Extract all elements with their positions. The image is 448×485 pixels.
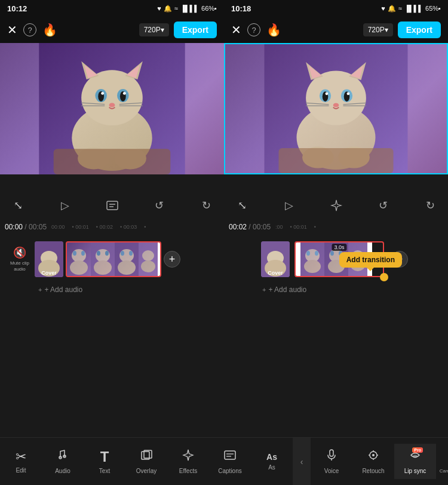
left-cat-container bbox=[0, 43, 224, 174]
left-clip-strip[interactable] bbox=[66, 241, 161, 277]
left-add-audio-button[interactable]: + + Add audio bbox=[33, 283, 224, 296]
right-status-bar: 10:18 ♥ 🔔 ≈ ▐▌▌▌ 65%▪ bbox=[224, 0, 448, 17]
clip-cat-1 bbox=[67, 242, 91, 276]
text-icon-wrap: T bbox=[100, 449, 109, 465]
left-clip-track: 🔇 Mute clip audio Cover bbox=[0, 235, 224, 283]
svg-point-2 bbox=[81, 70, 143, 125]
clip-end-handle[interactable] bbox=[158, 242, 161, 276]
cover-label: Cover bbox=[35, 270, 63, 276]
tool-captions[interactable]: Captions bbox=[209, 444, 251, 479]
right-close-button[interactable]: ✕ bbox=[231, 23, 241, 37]
left-timeline-area: ⤡ ▷ ↺ ↻ 00:00 / 00:05 00:00 bbox=[0, 174, 224, 437]
captions-icon bbox=[223, 449, 237, 465]
clip-cat-4 bbox=[139, 242, 158, 276]
left-mute-button[interactable]: 🔇 Mute clip audio bbox=[5, 246, 35, 272]
right-time-current: 00:02 bbox=[229, 223, 247, 231]
svg-rect-91 bbox=[330, 450, 333, 456]
right-cat-container bbox=[225, 44, 447, 173]
tick-0: 00:00 bbox=[51, 224, 65, 230]
clip-cat-3 bbox=[115, 242, 139, 276]
left-panel: 10:12 ♥ 🔔 ≈ ▐▌▌▌ 66%▪ ✕ ? 🔥 720P▾ Export bbox=[0, 0, 224, 437]
svg-point-28 bbox=[72, 249, 86, 262]
left-fire-icon: 🔥 bbox=[42, 23, 57, 37]
left-arrow-icon: ‹ bbox=[300, 457, 303, 466]
left-add-clip-button[interactable]: + bbox=[164, 251, 180, 268]
tool-overlay[interactable]: Overlay bbox=[125, 444, 167, 479]
svg-point-36 bbox=[105, 251, 109, 256]
right-export-button[interactable]: Export bbox=[398, 22, 441, 38]
tool-camera[interactable]: Camera tracking bbox=[436, 444, 448, 478]
effects-icon-wrap bbox=[182, 449, 195, 465]
right-redo-button[interactable]: ↻ bbox=[422, 197, 438, 214]
svg-point-99 bbox=[413, 455, 418, 458]
left-help-button[interactable]: ? bbox=[23, 23, 36, 36]
left-scroll-button[interactable]: ‹ bbox=[293, 438, 311, 486]
right-magic-button[interactable] bbox=[328, 197, 345, 214]
right-panel: 10:18 ♥ 🔔 ≈ ▐▌▌▌ 65%▪ ✕ ? 🔥 720P▾ Export bbox=[224, 0, 448, 437]
tool-retouch[interactable]: Retouch bbox=[352, 444, 394, 479]
bottom-toolbar: ✂ Edit Audio T Text bbox=[0, 437, 448, 485]
left-quality-button[interactable]: 720P▾ bbox=[139, 23, 169, 36]
right-add-audio-button[interactable]: + + Add audio bbox=[257, 283, 448, 296]
left-redo-button[interactable]: ↻ bbox=[198, 197, 214, 214]
overlay-icon bbox=[140, 449, 153, 465]
right-cover-thumb[interactable]: Cover bbox=[261, 241, 290, 277]
tool-as[interactable]: As As bbox=[251, 447, 293, 475]
right-video-preview bbox=[224, 43, 448, 174]
tool-effects[interactable]: Effects bbox=[167, 444, 209, 479]
text-label: Text bbox=[99, 468, 110, 474]
svg-point-73 bbox=[306, 251, 310, 256]
right-expand-button[interactable]: ⤡ bbox=[234, 197, 250, 214]
right-undo-button[interactable]: ↺ bbox=[375, 197, 391, 214]
mute-label: Mute clip audio bbox=[5, 260, 35, 272]
svg-point-47 bbox=[306, 70, 366, 125]
add-audio-label: + Add audio bbox=[44, 286, 82, 294]
right-play-button[interactable]: ▷ bbox=[281, 197, 297, 214]
svg-rect-42 bbox=[139, 242, 158, 276]
right-top-bar: ✕ ? 🔥 720P▾ Export bbox=[224, 17, 448, 43]
star-effects-icon bbox=[182, 449, 195, 465]
left-play-button[interactable]: ▷ bbox=[57, 197, 73, 214]
audio-icon-wrap bbox=[56, 449, 69, 465]
text-t-icon: T bbox=[100, 449, 109, 465]
right-wifi-icon: ≈ bbox=[398, 5, 402, 12]
add-transition-tooltip[interactable]: Add transition bbox=[339, 252, 402, 268]
left-status-bar: 10:12 ♥ 🔔 ≈ ▐▌▌▌ 66%▪ bbox=[0, 0, 224, 17]
svg-point-29 bbox=[70, 260, 88, 275]
right-top-bar-left: ✕ ? 🔥 bbox=[231, 23, 281, 37]
svg-point-41 bbox=[129, 251, 133, 256]
right-time-display: 00:02 / 00:05 :00 • 00:01 • bbox=[224, 219, 448, 235]
tool-text[interactable]: T Text bbox=[84, 444, 125, 479]
tick-1: • 00:01 bbox=[72, 224, 89, 230]
right-clip-frame-1 bbox=[300, 242, 324, 276]
voice-icon-wrap bbox=[325, 449, 338, 465]
tool-lipsync[interactable]: Pro Lip sync bbox=[394, 444, 436, 479]
right-help-button[interactable]: ? bbox=[247, 23, 260, 36]
right-timeline-top-space bbox=[224, 174, 448, 192]
left-export-button[interactable]: Export bbox=[174, 22, 217, 38]
svg-point-57 bbox=[347, 92, 350, 95]
tool-edit[interactable]: ✂ Edit bbox=[0, 444, 42, 478]
right-quality-button[interactable]: 720P▾ bbox=[363, 23, 393, 36]
left-close-button[interactable]: ✕ bbox=[7, 23, 17, 37]
transition-dot[interactable] bbox=[380, 273, 388, 281]
tool-voice[interactable]: Voice bbox=[311, 444, 352, 479]
clip-frame-2 bbox=[91, 242, 115, 276]
left-toolbar: ⤡ ▷ ↺ ↻ bbox=[0, 192, 224, 219]
right-clip-strip-wrapper: 3.0s bbox=[294, 241, 384, 277]
left-cover-thumb[interactable]: Cover bbox=[35, 241, 63, 277]
right-clip-cat-1 bbox=[300, 242, 324, 276]
captions-label: Captions bbox=[218, 468, 241, 474]
right-timeline-ruler: :00 • 00:01 • bbox=[273, 224, 443, 230]
tick-2: • 00:02 bbox=[96, 224, 113, 230]
svg-marker-66 bbox=[332, 200, 341, 211]
right-clip-start-handle[interactable] bbox=[296, 242, 300, 276]
left-undo-button[interactable]: ↺ bbox=[151, 197, 167, 214]
left-expand-button[interactable]: ⤡ bbox=[10, 197, 26, 214]
battery-icon: 66%▪ bbox=[201, 5, 217, 12]
svg-rect-37 bbox=[115, 242, 139, 276]
left-captions-button[interactable] bbox=[104, 197, 121, 214]
svg-rect-70 bbox=[300, 242, 324, 276]
tool-audio[interactable]: Audio bbox=[42, 444, 84, 479]
svg-point-44 bbox=[141, 260, 155, 272]
